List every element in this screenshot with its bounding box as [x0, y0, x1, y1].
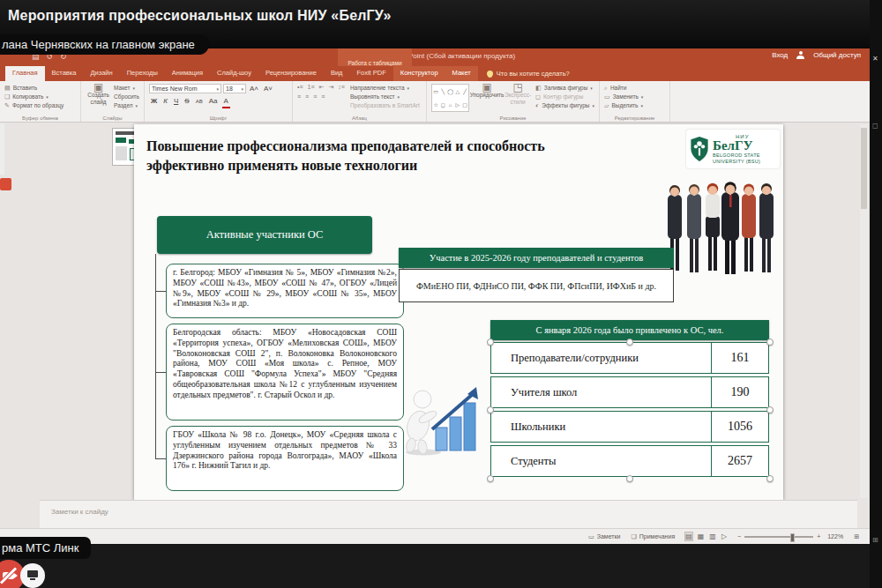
shrink-font-button[interactable]: А˅ [262, 84, 274, 94]
align-left-icon[interactable]: ≡ [297, 93, 301, 100]
replace-button[interactable]: ▭Заменить▾ [604, 93, 665, 101]
table-banner[interactable]: С января 2026 года было привлечено к ОС,… [490, 320, 769, 340]
title-bar-right: Вход Общий доступ [772, 51, 861, 59]
notes-pane[interactable]: Заметки к слайду [40, 500, 857, 530]
text-direction-button[interactable]: Направление текста▾ [350, 84, 420, 93]
belgorod-region-schools-box[interactable]: Белгородская область: МБОУ «Новосадовска… [166, 324, 404, 421]
selection-handle[interactable] [766, 339, 774, 346]
table-row[interactable]: Студенты 2657 [490, 445, 769, 477]
shapes-gallery[interactable]: ▭ ╲ ◯ △ ╱ ☆ ◻ ⌂ ▷ ▢ [431, 84, 469, 112]
zoom-level[interactable]: 122% [827, 533, 843, 540]
tab-design[interactable]: Дизайн [83, 66, 119, 81]
slide-canvas[interactable]: Повышение профессионализма преподавателе… [134, 124, 783, 500]
arrange-button[interactable]: ▣ Упорядочить [474, 84, 500, 113]
smartart-button[interactable]: Преобразовать в SmartArt [350, 101, 420, 110]
participation-banner[interactable]: Участие в 2025-2026 году преподавателей … [399, 248, 674, 268]
tab-table-layout[interactable]: Макет [445, 66, 478, 81]
comments-toggle[interactable]: ❏ Примечания [631, 533, 675, 540]
selection-handle[interactable] [766, 475, 774, 482]
dropdown-arrow-icon: ▾ [640, 101, 643, 110]
shape-effects-button[interactable]: ◐Эффекты фигуры▾ [535, 101, 594, 110]
fit-slide-button[interactable]: ⊞ [854, 533, 859, 540]
paste-button[interactable]: ▤Вставить [4, 84, 76, 93]
tab-slideshow[interactable]: Слайд-шоу [210, 66, 258, 81]
quick-styles-button[interactable]: ◳ Экспресс-стили [505, 84, 531, 113]
numbering-icon[interactable]: 1≡ [308, 84, 315, 91]
table-row[interactable]: Школьники 1056 [490, 411, 769, 443]
zoom-slider-thumb[interactable] [790, 533, 795, 542]
layout-button[interactable]: Макет▾ [114, 84, 139, 93]
find-button[interactable]: ⌕Найти [604, 84, 665, 93]
tab-insert[interactable]: Вставка [45, 66, 84, 81]
selection-handle[interactable] [487, 339, 494, 346]
selection-handle[interactable] [766, 406, 774, 413]
tab-transitions[interactable]: Переходы [120, 66, 165, 81]
tab-home[interactable]: Главная [5, 66, 45, 81]
other-regions-schools-box[interactable]: ГБОУ «Школа № 98 г.о. Донецк», МОУ «Сред… [166, 426, 404, 491]
reset-button[interactable]: Сбросить [114, 93, 139, 101]
faculties-box[interactable]: ФМиЕНО ПИ, ФДНиСО ПИ, ФФК ПИ, ФПсиПИ, ИФ… [399, 269, 674, 302]
change-case-button[interactable]: Аа [207, 96, 220, 108]
dropdown-arrow-icon: ▾ [398, 93, 400, 101]
justify-icon[interactable]: ≡ [321, 93, 325, 100]
tab-view[interactable]: Вид [324, 66, 350, 81]
connector-line [155, 254, 156, 458]
italic-button[interactable]: К [161, 96, 169, 108]
select-button[interactable]: ▱Выделить▾ [604, 101, 665, 110]
copy-button[interactable]: ❏Копировать▾ [4, 93, 76, 101]
belgorod-schools-box[interactable]: г. Белгород: МБОУ «Гимназия № 5», МБОУ «… [166, 264, 404, 318]
font-size-combo[interactable]: 18▾ [223, 84, 246, 93]
tab-table-design[interactable]: Конструктор [393, 66, 445, 81]
format-painter-button[interactable]: ✎Формат по образцу [4, 101, 76, 110]
reading-view-icon[interactable]: ▥ [709, 532, 716, 540]
shape-fill-button[interactable]: ◧Заливка фигуры▾ [535, 84, 594, 93]
close-icon[interactable]: ✕ [872, 55, 878, 63]
panel-icon[interactable]: ◻ [872, 122, 878, 130]
align-text-button[interactable]: Выровнять текст▾ [350, 93, 420, 101]
line-spacing-icon[interactable]: ↕≡ [338, 84, 345, 91]
grow-font-button[interactable]: А˄ [248, 84, 260, 94]
sign-in-button[interactable]: Вход [772, 51, 788, 59]
zoom-slider[interactable] [744, 536, 813, 538]
share-button[interactable]: Общий доступ [813, 51, 861, 59]
align-right-icon[interactable]: ≡ [313, 93, 317, 100]
bold-button[interactable]: Ж [149, 96, 159, 108]
table-row[interactable]: Преподаватели/сотрудники 161 [490, 342, 769, 374]
slide-title[interactable]: Повышение профессионализма преподавателе… [146, 137, 605, 176]
tab-animations[interactable]: Анимация [165, 66, 210, 81]
tab-review[interactable]: Рецензирование [258, 66, 324, 81]
font-color-button[interactable]: А [222, 96, 230, 108]
table-row[interactable]: Учителя школ 190 [490, 376, 769, 408]
tab-foxit-pdf[interactable]: Foxit PDF [349, 66, 392, 81]
selection-handle[interactable] [626, 475, 633, 482]
new-slide-button[interactable]: ▣ Создать слайд [86, 84, 111, 113]
strikethrough-button[interactable]: S [183, 96, 191, 108]
char-spacing-button[interactable]: АВ [194, 96, 205, 108]
active-participants-banner[interactable]: Активные участники ОС [157, 216, 372, 254]
underline-button[interactable]: Ч [172, 96, 180, 108]
normal-view-icon[interactable]: ▤ [685, 532, 692, 540]
notes-toggle[interactable]: ▭ Заметки [588, 533, 620, 540]
slide-sorter-icon[interactable]: ▦ [698, 532, 705, 540]
zoom-in-button[interactable]: + [817, 533, 820, 540]
selection-handle[interactable] [487, 475, 494, 482]
zoom-out-button[interactable]: − [737, 533, 741, 540]
shape-outline-button[interactable]: ◻Контур фигуры [535, 93, 594, 101]
align-center-icon[interactable]: ≡ [305, 93, 309, 100]
selection-handle[interactable] [487, 406, 494, 413]
conference-bottom-bar [0, 545, 882, 588]
decrease-indent-icon[interactable]: ⇤ [319, 84, 325, 91]
screen-share-button[interactable] [20, 563, 45, 588]
selection-handle[interactable] [626, 339, 633, 346]
section-button[interactable]: Раздел▾ [114, 101, 139, 110]
grid-icon[interactable]: ⊞ [872, 536, 878, 544]
slideshow-icon[interactable]: ▷ [721, 532, 727, 540]
slide-scrollbar[interactable] [860, 124, 868, 498]
conference-side-indicator [0, 178, 11, 190]
bullets-icon[interactable]: •≡ [297, 84, 303, 91]
font-name-combo[interactable]: Times New Rom▾ [149, 84, 221, 93]
shared-screen-title: Мероприятия профессиональных школ НИУ «Б… [8, 8, 392, 24]
increase-indent-icon[interactable]: ⇥ [328, 84, 333, 91]
tell-me-box[interactable]: Что вы хотите сделать? [487, 66, 570, 81]
attracted-table[interactable]: Преподаватели/сотрудники 161 Учителя шко… [490, 342, 769, 480]
